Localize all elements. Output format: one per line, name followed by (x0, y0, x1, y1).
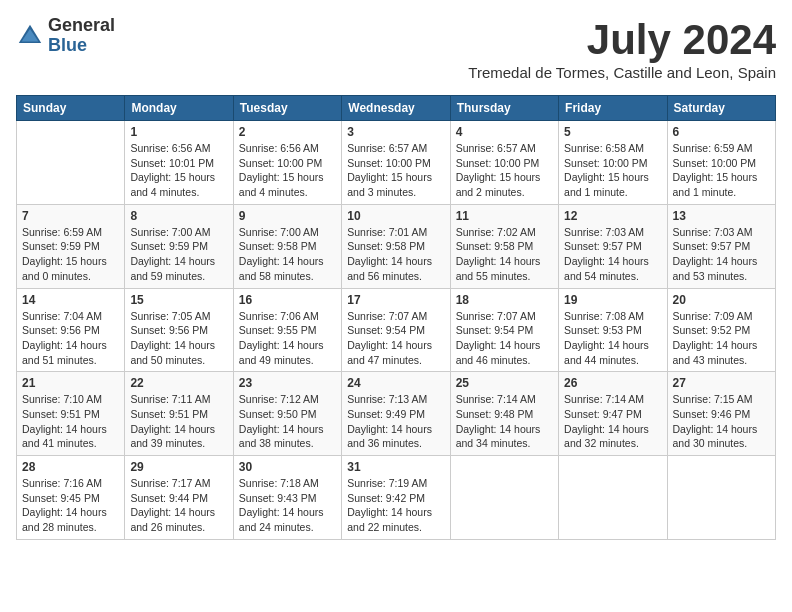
day-info: Sunrise: 7:10 AM Sunset: 9:51 PM Dayligh… (22, 392, 119, 451)
day-number: 21 (22, 376, 119, 390)
calendar-cell: 30Sunrise: 7:18 AM Sunset: 9:43 PM Dayli… (233, 456, 341, 540)
day-number: 22 (130, 376, 227, 390)
calendar-cell: 27Sunrise: 7:15 AM Sunset: 9:46 PM Dayli… (667, 372, 775, 456)
day-number: 19 (564, 293, 661, 307)
day-info: Sunrise: 7:12 AM Sunset: 9:50 PM Dayligh… (239, 392, 336, 451)
day-info: Sunrise: 6:57 AM Sunset: 10:00 PM Daylig… (456, 141, 553, 200)
day-number: 6 (673, 125, 770, 139)
calendar-cell: 8Sunrise: 7:00 AM Sunset: 9:59 PM Daylig… (125, 204, 233, 288)
calendar-cell (450, 456, 558, 540)
day-info: Sunrise: 7:01 AM Sunset: 9:58 PM Dayligh… (347, 225, 444, 284)
calendar-cell: 10Sunrise: 7:01 AM Sunset: 9:58 PM Dayli… (342, 204, 450, 288)
day-info: Sunrise: 7:11 AM Sunset: 9:51 PM Dayligh… (130, 392, 227, 451)
day-info: Sunrise: 6:59 AM Sunset: 9:59 PM Dayligh… (22, 225, 119, 284)
logo-text: General Blue (48, 16, 115, 56)
day-info: Sunrise: 7:00 AM Sunset: 9:59 PM Dayligh… (130, 225, 227, 284)
calendar-week-row: 28Sunrise: 7:16 AM Sunset: 9:45 PM Dayli… (17, 456, 776, 540)
day-number: 24 (347, 376, 444, 390)
day-info: Sunrise: 7:16 AM Sunset: 9:45 PM Dayligh… (22, 476, 119, 535)
day-number: 26 (564, 376, 661, 390)
calendar-cell: 14Sunrise: 7:04 AM Sunset: 9:56 PM Dayli… (17, 288, 125, 372)
calendar-week-row: 21Sunrise: 7:10 AM Sunset: 9:51 PM Dayli… (17, 372, 776, 456)
calendar-cell: 2Sunrise: 6:56 AM Sunset: 10:00 PM Dayli… (233, 121, 341, 205)
calendar-cell: 29Sunrise: 7:17 AM Sunset: 9:44 PM Dayli… (125, 456, 233, 540)
calendar-cell: 19Sunrise: 7:08 AM Sunset: 9:53 PM Dayli… (559, 288, 667, 372)
calendar-table: SundayMondayTuesdayWednesdayThursdayFrid… (16, 95, 776, 540)
calendar-cell: 4Sunrise: 6:57 AM Sunset: 10:00 PM Dayli… (450, 121, 558, 205)
day-number: 4 (456, 125, 553, 139)
column-header-monday: Monday (125, 96, 233, 121)
calendar-cell: 11Sunrise: 7:02 AM Sunset: 9:58 PM Dayli… (450, 204, 558, 288)
calendar-cell: 13Sunrise: 7:03 AM Sunset: 9:57 PM Dayli… (667, 204, 775, 288)
calendar-week-row: 1Sunrise: 6:56 AM Sunset: 10:01 PM Dayli… (17, 121, 776, 205)
calendar-cell: 7Sunrise: 6:59 AM Sunset: 9:59 PM Daylig… (17, 204, 125, 288)
calendar-cell: 5Sunrise: 6:58 AM Sunset: 10:00 PM Dayli… (559, 121, 667, 205)
calendar-cell (17, 121, 125, 205)
calendar-cell: 17Sunrise: 7:07 AM Sunset: 9:54 PM Dayli… (342, 288, 450, 372)
calendar-cell: 3Sunrise: 6:57 AM Sunset: 10:00 PM Dayli… (342, 121, 450, 205)
calendar-cell: 21Sunrise: 7:10 AM Sunset: 9:51 PM Dayli… (17, 372, 125, 456)
day-info: Sunrise: 7:14 AM Sunset: 9:48 PM Dayligh… (456, 392, 553, 451)
column-header-saturday: Saturday (667, 96, 775, 121)
calendar-week-row: 14Sunrise: 7:04 AM Sunset: 9:56 PM Dayli… (17, 288, 776, 372)
day-info: Sunrise: 7:14 AM Sunset: 9:47 PM Dayligh… (564, 392, 661, 451)
day-info: Sunrise: 7:05 AM Sunset: 9:56 PM Dayligh… (130, 309, 227, 368)
day-number: 20 (673, 293, 770, 307)
day-info: Sunrise: 6:57 AM Sunset: 10:00 PM Daylig… (347, 141, 444, 200)
day-info: Sunrise: 7:02 AM Sunset: 9:58 PM Dayligh… (456, 225, 553, 284)
day-number: 25 (456, 376, 553, 390)
day-info: Sunrise: 6:56 AM Sunset: 10:00 PM Daylig… (239, 141, 336, 200)
day-info: Sunrise: 7:15 AM Sunset: 9:46 PM Dayligh… (673, 392, 770, 451)
calendar-cell: 26Sunrise: 7:14 AM Sunset: 9:47 PM Dayli… (559, 372, 667, 456)
day-info: Sunrise: 7:03 AM Sunset: 9:57 PM Dayligh… (673, 225, 770, 284)
day-info: Sunrise: 7:03 AM Sunset: 9:57 PM Dayligh… (564, 225, 661, 284)
day-number: 8 (130, 209, 227, 223)
calendar-cell: 28Sunrise: 7:16 AM Sunset: 9:45 PM Dayli… (17, 456, 125, 540)
page-header: General Blue July 2024 Tremedal de Torme… (16, 16, 776, 91)
day-info: Sunrise: 7:09 AM Sunset: 9:52 PM Dayligh… (673, 309, 770, 368)
calendar-cell: 23Sunrise: 7:12 AM Sunset: 9:50 PM Dayli… (233, 372, 341, 456)
day-number: 30 (239, 460, 336, 474)
day-number: 3 (347, 125, 444, 139)
day-info: Sunrise: 7:08 AM Sunset: 9:53 PM Dayligh… (564, 309, 661, 368)
month-title: July 2024 (468, 16, 776, 64)
column-header-sunday: Sunday (17, 96, 125, 121)
day-info: Sunrise: 7:04 AM Sunset: 9:56 PM Dayligh… (22, 309, 119, 368)
calendar-cell: 1Sunrise: 6:56 AM Sunset: 10:01 PM Dayli… (125, 121, 233, 205)
day-number: 1 (130, 125, 227, 139)
day-number: 10 (347, 209, 444, 223)
calendar-cell: 31Sunrise: 7:19 AM Sunset: 9:42 PM Dayli… (342, 456, 450, 540)
day-info: Sunrise: 6:58 AM Sunset: 10:00 PM Daylig… (564, 141, 661, 200)
day-number: 28 (22, 460, 119, 474)
day-number: 9 (239, 209, 336, 223)
day-number: 14 (22, 293, 119, 307)
column-header-friday: Friday (559, 96, 667, 121)
day-number: 2 (239, 125, 336, 139)
day-info: Sunrise: 6:59 AM Sunset: 10:00 PM Daylig… (673, 141, 770, 200)
day-info: Sunrise: 7:13 AM Sunset: 9:49 PM Dayligh… (347, 392, 444, 451)
day-number: 11 (456, 209, 553, 223)
calendar-cell (667, 456, 775, 540)
day-info: Sunrise: 7:07 AM Sunset: 9:54 PM Dayligh… (456, 309, 553, 368)
day-number: 5 (564, 125, 661, 139)
calendar-cell: 24Sunrise: 7:13 AM Sunset: 9:49 PM Dayli… (342, 372, 450, 456)
day-number: 18 (456, 293, 553, 307)
calendar-cell: 15Sunrise: 7:05 AM Sunset: 9:56 PM Dayli… (125, 288, 233, 372)
day-number: 17 (347, 293, 444, 307)
title-block: July 2024 Tremedal de Tormes, Castille a… (468, 16, 776, 91)
calendar-cell: 20Sunrise: 7:09 AM Sunset: 9:52 PM Dayli… (667, 288, 775, 372)
column-header-thursday: Thursday (450, 96, 558, 121)
day-info: Sunrise: 7:06 AM Sunset: 9:55 PM Dayligh… (239, 309, 336, 368)
calendar-cell: 12Sunrise: 7:03 AM Sunset: 9:57 PM Dayli… (559, 204, 667, 288)
day-number: 12 (564, 209, 661, 223)
day-number: 16 (239, 293, 336, 307)
day-number: 7 (22, 209, 119, 223)
location-subtitle: Tremedal de Tormes, Castille and Leon, S… (468, 64, 776, 81)
day-info: Sunrise: 7:00 AM Sunset: 9:58 PM Dayligh… (239, 225, 336, 284)
day-info: Sunrise: 7:17 AM Sunset: 9:44 PM Dayligh… (130, 476, 227, 535)
calendar-week-row: 7Sunrise: 6:59 AM Sunset: 9:59 PM Daylig… (17, 204, 776, 288)
logo-general: General (48, 16, 115, 36)
day-number: 15 (130, 293, 227, 307)
calendar-cell: 25Sunrise: 7:14 AM Sunset: 9:48 PM Dayli… (450, 372, 558, 456)
day-number: 29 (130, 460, 227, 474)
